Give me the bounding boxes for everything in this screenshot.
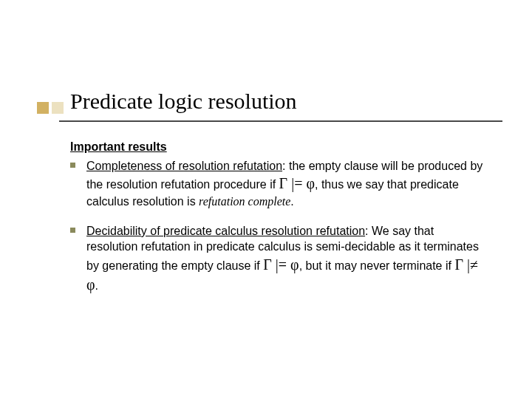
gamma-symbol: Γ — [279, 175, 288, 191]
phi-symbol: φ — [306, 175, 315, 191]
entails-symbol: |= — [287, 175, 306, 191]
title-accent-squares — [37, 102, 65, 114]
bullet-icon — [70, 158, 86, 210]
slide-title: Predicate logic resolution — [70, 89, 297, 114]
item-lead: Completeness of resolution refutation — [86, 160, 282, 172]
not-entails-symbol: |≠ — [463, 256, 478, 273]
item-emphasis: refutation complete — [199, 195, 290, 208]
item-segment: . — [290, 195, 293, 208]
phi-symbol: φ — [86, 276, 95, 293]
item-segment: , but it may never terminate if — [299, 259, 455, 272]
gamma-symbol: Γ — [454, 256, 463, 273]
list-item: Completeness of resolution refutation: t… — [70, 158, 484, 210]
item-lead: Decidability of predicate calculus resol… — [86, 225, 365, 237]
title-wrap: Predicate logic resolution — [70, 89, 297, 114]
slide-body: Important results Completeness of resolu… — [70, 139, 484, 308]
accent-square-dark — [37, 102, 49, 114]
subheading: Important results — [70, 139, 484, 155]
gamma-symbol: Γ — [263, 256, 272, 273]
bullet-icon — [70, 223, 86, 295]
accent-square-light — [52, 102, 64, 114]
entails-symbol: |= — [272, 256, 290, 273]
title-rule — [59, 120, 502, 122]
item-text: Completeness of resolution refutation: t… — [86, 158, 484, 210]
item-segment: . — [95, 279, 98, 292]
list-item: Decidability of predicate calculus resol… — [70, 223, 484, 295]
item-text: Decidability of predicate calculus resol… — [86, 223, 484, 295]
phi-symbol: φ — [290, 256, 299, 273]
slide: Predicate logic resolution Important res… — [0, 0, 532, 399]
